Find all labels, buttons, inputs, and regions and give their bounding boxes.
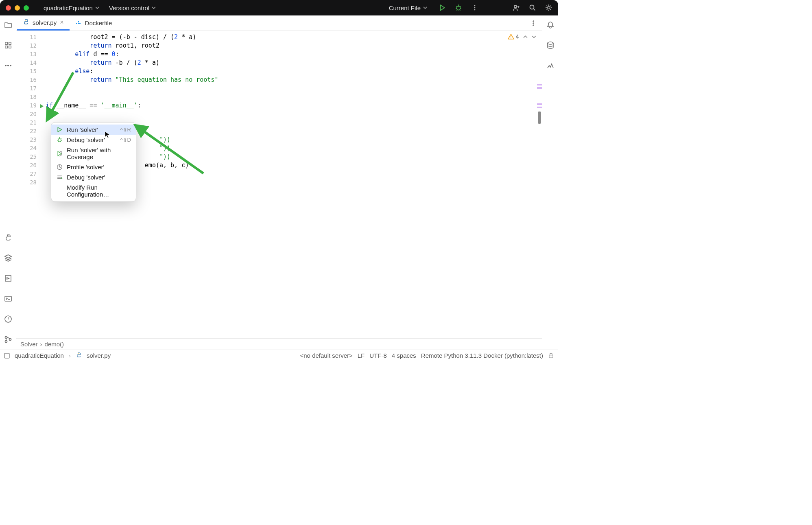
database-tool-icon[interactable] (546, 41, 555, 50)
cursor-icon (105, 131, 110, 140)
editor-area: solver.py × Dockerfile 4 (16, 15, 542, 350)
svg-point-1 (474, 5, 476, 7)
svg-rect-22 (78, 23, 79, 24)
project-tool-icon[interactable] (4, 20, 13, 29)
code-line[interactable]: 18 (16, 92, 542, 101)
blank-icon (56, 188, 63, 194)
status-server[interactable]: <no default server> (300, 352, 353, 359)
svg-point-18 (5, 341, 7, 343)
svg-point-3 (474, 9, 476, 11)
minimize-window[interactable] (15, 5, 20, 11)
close-window[interactable] (6, 5, 11, 11)
code-line[interactable]: 13 elif d == 0: (16, 50, 542, 58)
chevron-down-icon[interactable] (532, 35, 536, 39)
run-icon[interactable] (439, 4, 446, 11)
project-dropdown[interactable]: quadraticEquation (40, 3, 103, 13)
annotation-arrow (136, 125, 210, 177)
menu-item-label: Debug 'solver' (67, 174, 131, 181)
terminal-tool-icon[interactable] (4, 294, 13, 303)
status-line-ending[interactable]: LF (358, 352, 365, 359)
svg-rect-21 (76, 23, 77, 24)
maximize-window[interactable] (24, 5, 29, 11)
run-tool-icon[interactable] (4, 274, 13, 283)
notifications-icon[interactable] (546, 20, 555, 29)
menu-item-label: Profile 'solver' (67, 164, 131, 171)
svg-rect-15 (5, 296, 11, 301)
svg-point-17 (5, 337, 7, 339)
python-packages-icon[interactable] (4, 233, 13, 242)
lock-icon[interactable] (548, 352, 554, 359)
close-tab-icon[interactable]: × (60, 19, 63, 26)
line-number: 25 (16, 153, 46, 160)
more-tool-icon[interactable] (4, 61, 13, 70)
services-tool-icon[interactable] (4, 254, 13, 262)
chevron-down-icon (95, 6, 99, 10)
svg-point-4 (514, 5, 517, 8)
docker-file-icon (75, 20, 82, 26)
run-gutter-icon[interactable] (39, 103, 44, 110)
code-line[interactable]: 11 root2 = (-b - disc) / (2 * a) (16, 33, 542, 41)
python-file-icon (23, 19, 29, 26)
problems-tool-icon[interactable] (4, 315, 13, 324)
vcs-dropdown[interactable]: Version control (106, 3, 159, 13)
code-line[interactable]: 12 return root1, root2 (16, 41, 542, 50)
breadcrumb-bar: Solver › demo() (16, 338, 542, 350)
settings-icon[interactable] (545, 4, 552, 11)
run-config-dropdown[interactable]: Current File (386, 3, 430, 13)
status-project[interactable]: quadraticEquation (15, 352, 64, 359)
menu-item-debug-solver[interactable]: Debug 'solver'^⇧D (51, 135, 136, 145)
code-line[interactable]: 16 return "This equation has no roots" (16, 75, 542, 84)
line-number: 22 (16, 128, 46, 134)
code-line[interactable]: 15 else: (16, 67, 542, 75)
code-text: elif d == 0: (46, 50, 119, 58)
svg-point-6 (548, 7, 550, 9)
error-stripe[interactable] (537, 46, 542, 338)
status-file[interactable]: solver.py (87, 352, 111, 359)
menu-item-run-solver[interactable]: Run 'solver'^⇧R (51, 125, 136, 135)
menu-item-profile-solver[interactable]: Profile 'solver' (51, 162, 136, 172)
menu-item-debug-solver[interactable]: Debug 'solver' (51, 172, 136, 182)
svg-point-32 (548, 42, 553, 44)
svg-rect-24 (79, 23, 81, 24)
menu-item-run-solver-with-coverage[interactable]: Run 'solver' with Coverage (51, 145, 136, 162)
breadcrumb-item[interactable]: Solver (20, 341, 38, 348)
svg-rect-33 (4, 353, 9, 358)
run-config-label: Current File (389, 4, 421, 11)
code-line[interactable]: 19if __name__ == '__main__': (16, 101, 542, 109)
tab-more-icon[interactable] (529, 19, 538, 28)
tab-solver[interactable]: solver.py × (17, 15, 70, 31)
status-interpreter[interactable]: Remote Python 3.11.3 Docker (python:late… (421, 352, 543, 359)
menu-item-shortcut: ^⇧R (120, 127, 131, 133)
tab-dockerfile[interactable]: Dockerfile (70, 15, 118, 31)
search-icon[interactable] (529, 4, 536, 11)
code-text: return -b / (2 * a) (46, 59, 159, 66)
svg-point-5 (530, 5, 534, 9)
inspection-widget[interactable]: 4 (508, 33, 536, 40)
more-icon[interactable] (471, 4, 478, 11)
code-line[interactable]: 20 (16, 109, 542, 118)
status-indent[interactable]: 4 spaces (392, 352, 416, 359)
menu-item-modify-run-configuration[interactable]: Modify Run Configuration… (51, 182, 136, 199)
code-text: root2 = (-b - disc) / (2 * a) (46, 33, 196, 41)
breadcrumb-item[interactable]: demo() (45, 341, 64, 348)
sciview-tool-icon[interactable] (546, 61, 555, 70)
structure-tool-icon[interactable] (4, 41, 13, 50)
line-number: 24 (16, 145, 46, 151)
svg-point-27 (533, 24, 534, 26)
status-encoding[interactable]: UTF-8 (369, 352, 387, 359)
svg-rect-9 (5, 46, 7, 48)
svg-rect-35 (549, 355, 553, 358)
left-tool-strip (0, 15, 16, 350)
svg-point-12 (7, 65, 9, 66)
vcs-tool-icon[interactable] (4, 335, 13, 344)
code-with-me-icon[interactable] (513, 4, 520, 11)
run-icon (56, 127, 63, 133)
code-line[interactable]: 14 return -b / (2 * a) (16, 58, 542, 67)
svg-rect-8 (9, 42, 11, 44)
svg-rect-7 (5, 42, 7, 44)
code-line[interactable]: 17 (16, 84, 542, 92)
profile-icon (56, 164, 63, 171)
debug-icon[interactable] (455, 4, 462, 11)
chevron-up-icon[interactable] (523, 35, 528, 39)
python-file-icon (76, 352, 82, 359)
